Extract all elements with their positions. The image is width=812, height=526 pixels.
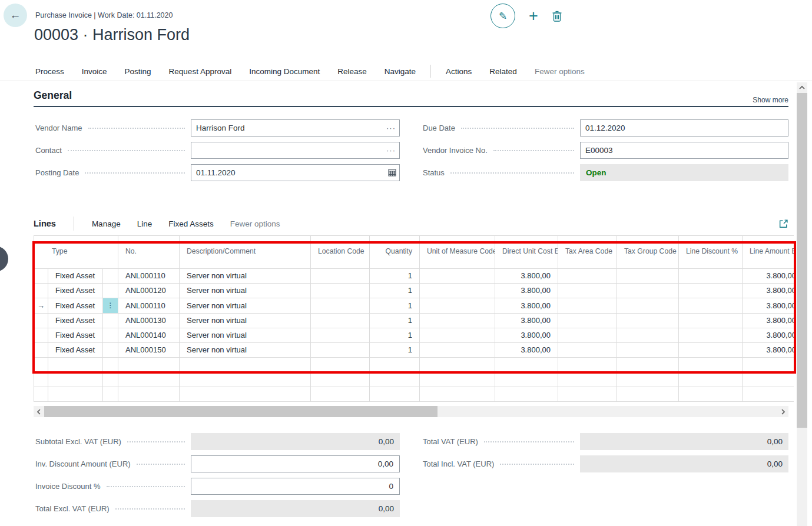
horizontal-scrollbar-thumb[interactable]	[44, 406, 438, 417]
cell-type[interactable]: Fixed Asset	[48, 342, 103, 357]
cell-no[interactable]: ANL000110	[118, 298, 180, 313]
cell-tax-area-code[interactable]	[558, 283, 617, 298]
cell-description[interactable]	[180, 372, 311, 387]
table-row[interactable]: Fixed AssetANL000120Server non virtual13…	[34, 283, 794, 298]
cell-unit-of-measure-code[interactable]	[420, 372, 495, 387]
col-header-no[interactable]: No.	[118, 236, 180, 268]
cell-type[interactable]: Fixed Asset	[48, 328, 103, 342]
empty-table-row[interactable]	[34, 387, 794, 401]
open-in-new-window-button[interactable]	[778, 219, 788, 229]
row-selector[interactable]	[34, 372, 48, 387]
cell-tax-area-code[interactable]	[558, 342, 617, 357]
cell-direct-unit-cost[interactable]: 3.800,00	[495, 313, 558, 328]
col-header-location-code[interactable]: Location Code	[311, 236, 370, 268]
menu-item-invoice[interactable]: Invoice	[82, 67, 107, 76]
cell-line-amount[interactable]	[743, 372, 794, 387]
row-selector[interactable]	[34, 313, 48, 328]
row-menu-cell[interactable]	[103, 328, 118, 342]
row-menu-cell[interactable]	[103, 372, 118, 387]
col-header-description[interactable]: Description/Comment	[180, 236, 311, 268]
cell-quantity[interactable]: 1	[370, 298, 420, 313]
cell-no[interactable]	[118, 372, 180, 387]
table-row[interactable]: Fixed AssetANL000140Server non virtual13…	[34, 328, 794, 342]
cell-line-amount[interactable]: 3.800,00	[743, 313, 794, 328]
vertical-dots-icon[interactable]: ⋮	[103, 298, 118, 313]
show-more-link[interactable]: Show more	[753, 96, 788, 104]
cell-line-amount[interactable]: 3.800,00	[743, 298, 794, 313]
cell-tax-area-code[interactable]	[558, 328, 617, 342]
cell-type[interactable]	[48, 387, 103, 401]
cell-type[interactable]	[48, 357, 103, 372]
row-selector[interactable]	[34, 342, 48, 357]
cell-location-code[interactable]	[311, 268, 370, 283]
cell-tax-group-code[interactable]	[617, 387, 679, 401]
lines-menu-fixed-assets[interactable]: Fixed Assets	[168, 219, 214, 228]
cell-location-code[interactable]	[311, 328, 370, 342]
cell-line-amount[interactable]	[743, 387, 794, 401]
cell-tax-group-code[interactable]	[617, 268, 679, 283]
col-header-type[interactable]: Type	[34, 236, 118, 268]
cell-line-amount[interactable]: 3.800,00	[743, 283, 794, 298]
col-header-quantity[interactable]: Quantity	[370, 236, 420, 268]
cell-no[interactable]: ANL000120	[118, 283, 180, 298]
cell-line-discount[interactable]	[679, 357, 743, 372]
row-menu-cell[interactable]	[103, 313, 118, 328]
cell-tax-area-code[interactable]	[558, 268, 617, 283]
cell-direct-unit-cost[interactable]: 3.800,00	[495, 268, 558, 283]
col-header-direct-unit-cost[interactable]: Direct Unit Cost Excl. VAT	[495, 236, 558, 268]
menu-item-posting[interactable]: Posting	[125, 67, 151, 76]
cell-tax-area-code[interactable]	[558, 357, 617, 372]
cell-description[interactable]: Server non virtual	[180, 313, 311, 328]
row-selector[interactable]	[34, 357, 48, 372]
cell-line-discount[interactable]	[679, 268, 743, 283]
delete-button[interactable]	[552, 10, 562, 22]
cell-line-discount[interactable]	[679, 328, 743, 342]
empty-table-row[interactable]	[34, 357, 794, 372]
cell-location-code[interactable]	[311, 298, 370, 313]
cell-location-code[interactable]	[311, 372, 370, 387]
cell-quantity[interactable]: 1	[370, 283, 420, 298]
cell-tax-group-code[interactable]	[617, 283, 679, 298]
table-row[interactable]: Fixed AssetANL000110Server non virtual13…	[34, 268, 794, 283]
cell-description[interactable]: Server non virtual	[180, 298, 311, 313]
cell-quantity[interactable]	[370, 357, 420, 372]
scroll-right-button[interactable]	[778, 406, 788, 417]
cell-location-code[interactable]	[311, 313, 370, 328]
cell-line-discount[interactable]	[679, 298, 743, 313]
menu-item-incoming-document[interactable]: Incoming Document	[249, 67, 320, 76]
cell-no[interactable]: ANL000130	[118, 313, 180, 328]
menu-item-navigate[interactable]: Navigate	[385, 67, 416, 76]
empty-table-row[interactable]	[34, 372, 794, 387]
cell-quantity[interactable]	[370, 387, 420, 401]
cell-line-discount[interactable]	[679, 313, 743, 328]
cell-quantity[interactable]: 1	[370, 313, 420, 328]
cell-description[interactable]	[180, 357, 311, 372]
cell-unit-of-measure-code[interactable]	[420, 283, 495, 298]
vendor-invoice-no-input[interactable]	[580, 142, 788, 159]
vertical-scrollbar[interactable]	[797, 82, 807, 526]
cell-unit-of-measure-code[interactable]	[420, 313, 495, 328]
cell-direct-unit-cost[interactable]	[495, 357, 558, 372]
cell-direct-unit-cost[interactable]: 3.800,00	[495, 342, 558, 357]
row-menu-cell[interactable]: ⋮	[103, 298, 118, 313]
cell-location-code[interactable]	[311, 342, 370, 357]
horizontal-scrollbar[interactable]	[34, 406, 788, 417]
row-menu-cell[interactable]	[103, 357, 118, 372]
cell-direct-unit-cost[interactable]	[495, 372, 558, 387]
lines-menu-manage[interactable]: Manage	[92, 219, 121, 228]
cell-line-discount[interactable]	[679, 372, 743, 387]
menu-item-release[interactable]: Release	[337, 67, 367, 76]
cell-unit-of-measure-code[interactable]	[420, 298, 495, 313]
calendar-button[interactable]	[387, 168, 397, 179]
col-header-tax-area-code[interactable]: Tax Area Code	[558, 236, 617, 268]
contact-input[interactable]	[191, 142, 400, 159]
scroll-left-button[interactable]	[34, 406, 44, 417]
cell-no[interactable]	[118, 357, 180, 372]
cell-type[interactable]: Fixed Asset	[48, 313, 103, 328]
menu-item-related[interactable]: Related	[489, 67, 517, 76]
cell-direct-unit-cost[interactable]: 3.800,00	[495, 328, 558, 342]
cell-location-code[interactable]	[311, 283, 370, 298]
invoice-discount-pct-input[interactable]	[191, 478, 400, 495]
cell-location-code[interactable]	[311, 387, 370, 401]
menu-item-request-approval[interactable]: Request Approval	[169, 67, 232, 76]
